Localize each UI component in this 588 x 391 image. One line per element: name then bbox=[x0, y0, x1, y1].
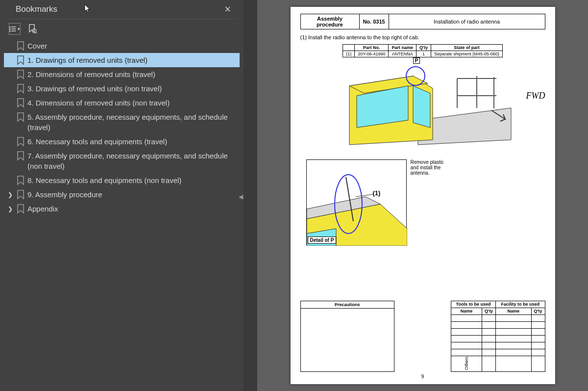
bookmark-item-4[interactable]: 4. Dimensions of removed units (non trav… bbox=[4, 96, 240, 110]
panel-gutter: ◀ bbox=[244, 0, 257, 391]
bookmark-icon bbox=[17, 190, 24, 200]
parts-c4: Separate shipment (M45-05-060) bbox=[431, 51, 503, 57]
parts-h3: Q'ty bbox=[416, 45, 431, 51]
bookmark-item-10[interactable]: ❯Appendix bbox=[4, 202, 240, 216]
bookmark-label: Appendix bbox=[27, 204, 237, 214]
svg-marker-12 bbox=[413, 86, 430, 128]
bookmarks-list: Cover1. Drawings of removed units (trave… bbox=[0, 39, 244, 216]
bookmark-icon bbox=[17, 84, 24, 94]
parts-h1: Part No. bbox=[355, 45, 389, 51]
bookmark-item-5[interactable]: 5. Assembly procedure, necessary equipme… bbox=[4, 110, 240, 134]
bookmark-label: 6. Necessary tools and equipments (trave… bbox=[27, 136, 237, 147]
svg-rect-5 bbox=[11, 30, 16, 31]
detail-illustration: (1) Detail of P bbox=[306, 159, 407, 245]
document-area[interactable]: Assembly procedure No. 0315 Installation… bbox=[257, 0, 588, 391]
tools-header: Tools to be used bbox=[451, 301, 496, 308]
bookmark-item-3[interactable]: 3. Drawings of removed units (non travel… bbox=[4, 81, 240, 96]
bookmarks-title: Bookmarks bbox=[16, 4, 224, 14]
bookmark-item-8[interactable]: 8. Necessary tools and equipments (non t… bbox=[4, 173, 240, 187]
parts-h4: State of part bbox=[431, 45, 503, 51]
bookmark-icon bbox=[17, 112, 24, 122]
detail-label: Detail of P bbox=[308, 236, 337, 244]
page-number: 9 bbox=[300, 374, 545, 379]
svg-rect-0 bbox=[9, 26, 11, 28]
parts-idx: (1) bbox=[343, 51, 355, 57]
bookmark-icon bbox=[17, 70, 24, 79]
bookmark-icon bbox=[17, 41, 24, 51]
bookmark-icon bbox=[17, 151, 24, 161]
bookmark-item-2[interactable]: 2. Dimensions of removed units (travel) bbox=[4, 67, 240, 81]
svg-rect-4 bbox=[9, 30, 11, 32]
bookmark-label: Cover bbox=[27, 41, 237, 51]
bookmark-item-0[interactable]: Cover bbox=[4, 39, 240, 53]
bookmark-icon bbox=[17, 55, 24, 65]
bookmark-label: 9. Assembly procedure bbox=[27, 189, 237, 200]
svg-line-18 bbox=[356, 194, 373, 197]
parts-h2: Part name bbox=[389, 45, 416, 51]
parts-c1: 20Y-06-41990 bbox=[355, 51, 389, 57]
cursor-icon bbox=[84, 4, 91, 15]
bookmark-icon bbox=[17, 176, 24, 185]
bookmark-label: 8. Necessary tools and equipments (non t… bbox=[27, 175, 237, 185]
facility-header: Facility to be used bbox=[496, 301, 545, 308]
bookmarks-header: Bookmarks × bbox=[7, 0, 237, 19]
bookmark-label: 5. Assembly procedure, necessary equipme… bbox=[27, 112, 237, 132]
bookmark-icon bbox=[17, 98, 24, 108]
parts-c3: 1 bbox=[416, 51, 431, 57]
collapse-handle-icon[interactable]: ◀ bbox=[239, 193, 243, 200]
header-col2: No. 0315 bbox=[359, 14, 389, 29]
bookmark-item-9[interactable]: ❯9. Assembly procedure bbox=[4, 187, 240, 202]
bookmark-icon bbox=[17, 137, 24, 147]
bookmark-item-6[interactable]: 6. Necessary tools and equipments (trave… bbox=[4, 134, 240, 149]
find-bookmark-icon[interactable] bbox=[26, 23, 38, 35]
close-icon[interactable]: × bbox=[224, 3, 231, 16]
header-col3: Installation of radio antenna bbox=[389, 14, 545, 29]
callout-circle bbox=[406, 66, 425, 86]
bookmark-label: 4. Dimensions of removed units (non trav… bbox=[27, 98, 237, 108]
expand-icon[interactable]: ❯ bbox=[7, 205, 14, 213]
svg-rect-2 bbox=[9, 28, 11, 30]
options-icon[interactable]: ▾ bbox=[9, 23, 21, 35]
bookmark-label: 7. Assembly procedure, necessary equipme… bbox=[27, 151, 237, 171]
detail-caption: Remove plastic and install the antenna. bbox=[411, 159, 450, 245]
bookmark-label: 3. Drawings of removed units (non travel… bbox=[27, 83, 237, 94]
fwd-label: FWD bbox=[526, 91, 545, 101]
tools-facility-table: Tools to be used Facility to be used Nam… bbox=[451, 301, 545, 372]
detail-row: (1) Detail of P Remove plastic and insta… bbox=[300, 159, 545, 245]
bookmark-label: 2. Dimensions of removed units (travel) bbox=[27, 69, 237, 79]
expand-icon[interactable]: ❯ bbox=[7, 191, 14, 199]
parts-table: Part No. Part name Q'ty State of part (1… bbox=[343, 44, 503, 57]
precautions-table: Precautions bbox=[300, 301, 395, 372]
bookmarks-panel: Bookmarks × ▾ Cover1. Drawings of remove… bbox=[0, 0, 244, 391]
main-illustration: P FWD bbox=[330, 61, 516, 150]
parts-c2: ANTENNA bbox=[389, 51, 416, 57]
svg-rect-3 bbox=[11, 28, 16, 29]
bookmarks-toolbar: ▾ bbox=[0, 19, 244, 39]
svg-line-7 bbox=[36, 32, 37, 33]
bookmark-item-7[interactable]: 7. Assembly procedure, necessary equipme… bbox=[4, 149, 240, 173]
header-col1: Assembly procedure bbox=[300, 14, 359, 29]
pdf-page: Assembly procedure No. 0315 Installation… bbox=[291, 7, 555, 384]
bookmark-item-1[interactable]: 1. Drawings of removed units (travel) bbox=[4, 53, 240, 67]
bookmark-icon bbox=[17, 204, 24, 214]
svg-rect-1 bbox=[11, 26, 16, 27]
others-label: Others bbox=[464, 357, 469, 370]
bottom-tables: Precautions Tools to be used Facility to… bbox=[300, 301, 545, 372]
page-header-table: Assembly procedure No. 0315 Installation… bbox=[300, 14, 545, 29]
p-marker: P bbox=[413, 57, 420, 64]
step-text: (1) Install the radio antenna to the top… bbox=[300, 34, 545, 40]
bookmark-label: 1. Drawings of removed units (travel) bbox=[27, 55, 237, 65]
detail-callout: (1) bbox=[373, 189, 381, 197]
